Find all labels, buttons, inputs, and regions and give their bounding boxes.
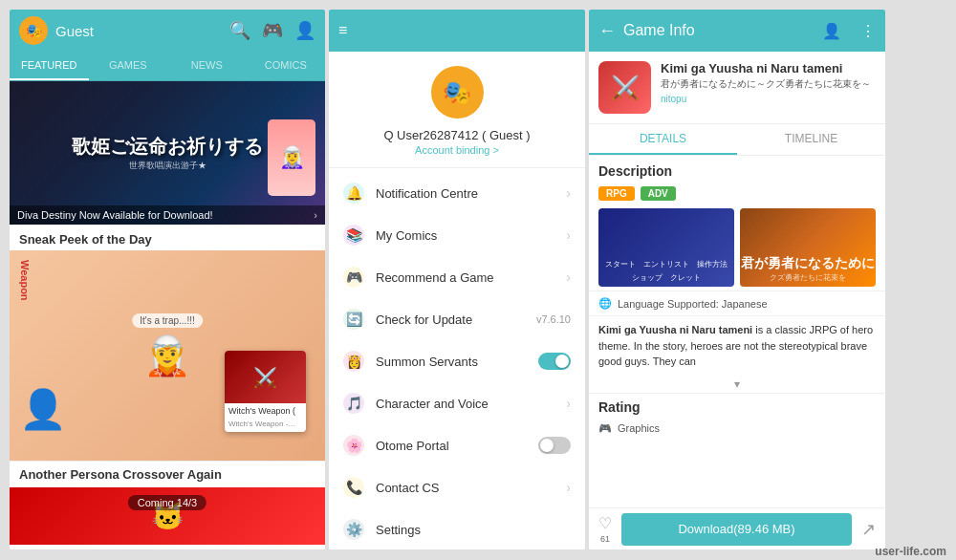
p3-description-text: Kimi ga Yuusha ni Naru tameni is a class…: [589, 315, 885, 376]
panel-main-app: 🎭 Guest 🔍 🎮 👤 FEATURED GAMES NEWS COMICS…: [10, 10, 325, 549]
description-bold: Kimi ga Yuusha ni Naru tameni: [598, 324, 752, 335]
p3-screenshots: スタート エントリスト 操作方法 ショップ クレット 君が勇者になるために クズ…: [589, 205, 885, 291]
comics-icon: 📚: [343, 225, 364, 246]
content-figure: 🧝: [143, 334, 191, 378]
tab-details[interactable]: DETAILS: [589, 124, 737, 155]
p2-header-icon: ≡: [338, 22, 347, 39]
tab-comics[interactable]: COMICS: [247, 52, 326, 80]
summon-toggle[interactable]: [538, 353, 571, 370]
sneak-peek-title: Sneak Peek of the Day: [10, 225, 325, 250]
content-figure-2: 👤: [19, 387, 67, 432]
share-header-icon[interactable]: 👤: [822, 22, 841, 40]
tab-games[interactable]: GAMES: [89, 52, 168, 80]
screenshot-1[interactable]: スタート エントリスト 操作方法 ショップ クレット: [598, 208, 734, 287]
p3-bottom-bar: ♡ 61 Download(89.46 MB) ↗: [589, 507, 885, 549]
p1-tab-bar: FEATURED GAMES NEWS COMICS: [10, 52, 325, 81]
p3-tab-bar: DETAILS TIMELINE: [589, 124, 885, 156]
otome-icon: 🌸: [343, 435, 364, 456]
gamepad-icon[interactable]: 🎮: [262, 20, 283, 41]
summon-icon: 👸: [343, 351, 364, 372]
p3-tags: RPG ADV: [589, 183, 885, 205]
p1-main-banner: 歌姫ご运命お祈りする 世界歌唱演出游子★ 🧝‍♀️ Diva Destiny N…: [10, 81, 325, 225]
banner-figure: 🧝‍♀️: [268, 119, 315, 196]
watermark: user-life.com: [875, 545, 946, 558]
banner-label-text: Diva Destiny Now Available for Download!: [17, 209, 213, 221]
chevron-comics: ›: [566, 227, 571, 243]
game-card-title: Witch's Weapon (: [225, 403, 306, 419]
contact-icon: 📞: [343, 477, 364, 498]
p2-avatar: 🎭: [431, 66, 484, 118]
recommend-icon: 🎮: [343, 267, 364, 288]
profile-icon[interactable]: 👤: [294, 20, 315, 41]
menu-label-summon: Summon Servants: [376, 355, 527, 369]
p3-header-title: Game Info: [623, 22, 815, 39]
like-button[interactable]: ♡ 61: [598, 514, 612, 544]
menu-label-recommend: Recommend a Game: [376, 270, 554, 285]
menu-label-settings: Settings: [376, 523, 571, 537]
tab-featured[interactable]: FEATURED: [10, 52, 89, 80]
rating-category: Graphics: [618, 422, 660, 434]
menu-item-character[interactable]: 🎵 Character and Voice ›: [329, 382, 585, 424]
chevron-notifications: ›: [566, 185, 571, 201]
menu-item-notifications[interactable]: 🔔 Notification Centre ›: [329, 172, 585, 214]
panel-menu: ≡ 🎭 Q User26287412 ( Guest ) Account bin…: [329, 10, 585, 549]
menu-item-recommend[interactable]: 🎮 Recommend a Game ›: [329, 256, 585, 298]
p3-game-developer: nitopu: [661, 94, 876, 104]
chevron-character: ›: [566, 396, 571, 411]
notification-icon: 🔔: [343, 183, 364, 204]
p3-game-details: Kimi ga Yuusha ni Naru tameni 君が勇者になるために…: [661, 61, 876, 114]
p3-desc-expand[interactable]: ▾: [589, 376, 885, 393]
expand-chevron-icon: ▾: [734, 377, 740, 391]
p3-game-thumbnail: ⚔️: [598, 61, 651, 114]
p1-avatar: 🎭: [19, 16, 48, 45]
p3-rating-sub: 🎮 Graphics: [589, 419, 885, 439]
back-icon[interactable]: ←: [598, 21, 616, 41]
menu-item-check-update[interactable]: 🔄 Check for Update v7.6.10: [329, 298, 585, 340]
menu-item-summon[interactable]: 👸 Summon Servants: [329, 340, 585, 382]
p1-username: Guest: [55, 23, 222, 39]
menu-item-otome[interactable]: 🌸 Otome Portal: [329, 424, 585, 466]
tab-timeline[interactable]: TIMELINE: [737, 124, 885, 155]
p2-account-binding[interactable]: Account binding >: [329, 142, 585, 163]
tag-adv: ADV: [641, 186, 676, 201]
p1-header-icons: 🔍 🎮 👤: [229, 20, 315, 41]
menu-label-character: Character and Voice: [376, 397, 554, 411]
coming-badge: Coming 14/3: [128, 495, 206, 510]
menu-item-settings[interactable]: ⚙️ Settings: [329, 508, 585, 549]
menu-item-comics[interactable]: 📚 My Comics ›: [329, 214, 585, 256]
language-icon: 🌐: [598, 297, 612, 310]
menu-label-comics: My Comics: [376, 228, 554, 243]
menu-item-contact[interactable]: 📞 Contact CS ›: [329, 466, 585, 508]
description-title: Description: [589, 156, 885, 183]
trap-label: It's a trap...!!!: [132, 313, 203, 328]
p2-divider-1: [329, 167, 585, 168]
share-button[interactable]: ↗: [861, 519, 876, 540]
settings-icon: ⚙️: [343, 519, 364, 540]
chevron-contact: ›: [566, 480, 571, 495]
otome-toggle[interactable]: [538, 437, 571, 454]
banner-subtitle: 世界歌唱演出游子★: [72, 160, 263, 172]
p1-banner-label: Diva Destiny Now Available for Download!…: [10, 205, 325, 225]
weapon-label: Weapon: [19, 260, 31, 301]
search-icon[interactable]: 🔍: [229, 20, 250, 41]
screenshot-2[interactable]: 君が勇者になるために クズ勇者たちに花束を: [740, 208, 876, 287]
download-button[interactable]: Download(89.46 MB): [621, 513, 852, 546]
p2-header: ≡: [329, 10, 585, 52]
avatar-emoji: 🎭: [26, 23, 42, 38]
banner-arrow: ›: [314, 209, 317, 221]
like-count: 61: [600, 534, 610, 544]
more-icon[interactable]: ⋮: [860, 22, 876, 40]
p1-red-banner: 🐱 Coming 14/3: [10, 487, 325, 545]
update-version: v7.6.10: [536, 313, 571, 325]
banner-title: 歌姫ご运命お祈りする: [72, 134, 263, 160]
tab-news[interactable]: NEWS: [167, 52, 247, 80]
p1-header: 🎭 Guest 🔍 🎮 👤: [10, 10, 325, 52]
p3-content-scroll: Description RPG ADV スタート エントリスト 操作方法 ショッ…: [589, 156, 885, 549]
game-card-image: ⚔️: [225, 351, 306, 403]
menu-label-otome: Otome Portal: [376, 439, 527, 453]
p3-game-title-jp: 君が勇者になるために～クズ勇者たちに花束を～: [661, 77, 876, 91]
game-thumb-emoji: ⚔️: [611, 75, 640, 101]
rating-title: Rating: [589, 393, 885, 419]
panel-game-info: ← Game Info 👤 ⋮ ⚔️ Kimi ga Yuusha ni Nar…: [589, 10, 885, 549]
game-card[interactable]: ⚔️ Witch's Weapon ( Witch's Weapon -魔女-: [225, 351, 306, 432]
